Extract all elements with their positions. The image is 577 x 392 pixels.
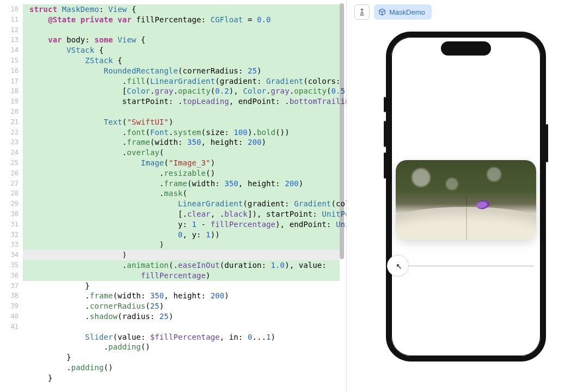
code-line[interactable]: 0, y: 1)): [23, 230, 340, 240]
line-number: 35: [0, 260, 23, 271]
code-line[interactable]: .mask(: [23, 188, 340, 199]
side-button: [384, 121, 386, 147]
line-number: 28: [0, 188, 23, 199]
code-line[interactable]: .overlay(: [23, 148, 340, 158]
line-number: 31: [0, 219, 23, 230]
preview-target-label: MaskDemo: [389, 8, 425, 16]
code-area[interactable]: struct MaskDemo: View { @State private v…: [23, 0, 340, 392]
code-line[interactable]: startPoint: .topLeading, endPoint: .bott…: [23, 96, 340, 107]
line-number: 19: [0, 96, 23, 107]
side-button: [384, 152, 386, 179]
code-line[interactable]: ): [23, 250, 340, 260]
code-line[interactable]: [23, 25, 340, 35]
line-number: 32: [0, 230, 23, 240]
code-line[interactable]: .fill(LinearGradient(gradient: Gradient(…: [23, 76, 340, 87]
code-line[interactable]: [.clear, .black]), startPoint: UnitPoint…: [23, 209, 340, 219]
pin-icon: [358, 8, 366, 16]
line-number: 25: [0, 158, 23, 168]
code-line[interactable]: }: [23, 352, 340, 363]
line-number: 23: [0, 137, 23, 148]
preview-target-chip[interactable]: MaskDemo: [374, 4, 432, 20]
slider-track[interactable]: ↖: [398, 265, 534, 267]
code-line[interactable]: [23, 322, 340, 332]
side-button: [546, 124, 548, 162]
cursor-icon: ↖: [396, 262, 402, 271]
code-line[interactable]: .font(Font.system(size: 100).bold()): [23, 127, 340, 138]
line-number: 27: [0, 179, 23, 189]
code-line[interactable]: fillPercentage): [23, 271, 340, 281]
code-line[interactable]: Image("Image_3"): [23, 158, 340, 168]
code-line[interactable]: .padding(): [23, 342, 340, 352]
code-line[interactable]: ): [23, 240, 340, 250]
code-line[interactable]: .padding(): [23, 363, 340, 373]
preview-pane: MaskDemo ↖: [346, 0, 577, 392]
code-line[interactable]: .cornerRadius(25): [23, 301, 340, 311]
line-number: 21: [0, 117, 23, 127]
book-spine: [466, 197, 467, 240]
line-number: 13: [0, 35, 23, 45]
code-line[interactable]: .frame(width: 350, height: 200): [23, 291, 340, 301]
line-number: 15: [0, 56, 23, 66]
code-line[interactable]: .animation(.easeInOut(duration: 1.0), va…: [23, 260, 340, 271]
code-line[interactable]: VStack {: [23, 45, 340, 56]
line-number: 14: [0, 45, 23, 56]
editor-scrollbar[interactable]: [340, 3, 344, 259]
code-line[interactable]: @State private var fillPercentage: CGFlo…: [23, 15, 340, 25]
line-number: 33: [0, 240, 23, 250]
code-line[interactable]: }: [23, 373, 340, 383]
line-number: 17: [0, 76, 23, 87]
line-number: 18: [0, 86, 23, 96]
workspace: 1011121314151617181920212223242526272829…: [0, 0, 577, 392]
code-line[interactable]: }: [23, 281, 340, 291]
pin-button[interactable]: [354, 4, 370, 20]
line-number: 39: [0, 301, 23, 311]
code-line[interactable]: y: 1 - fillPercentage), endPoint: UnitPo…: [23, 219, 340, 230]
line-number: 34: [0, 250, 23, 260]
line-number: 36: [0, 271, 23, 281]
notch: [441, 41, 491, 56]
line-number-gutter: 1011121314151617181920212223242526272829…: [0, 0, 23, 392]
code-line[interactable]: [23, 383, 340, 392]
line-number: 22: [0, 127, 23, 138]
iphone-device-frame: ↖: [386, 32, 546, 362]
line-number: 10: [0, 4, 23, 15]
cube-icon: [378, 8, 386, 16]
code-line[interactable]: .resizable(): [23, 168, 340, 179]
preview-toolbar: MaskDemo: [354, 4, 432, 20]
line-number: 29: [0, 199, 23, 209]
code-line[interactable]: .shadow(radius: 25): [23, 311, 340, 322]
line-number: 20: [0, 107, 23, 117]
line-number: 11: [0, 15, 23, 25]
slider-thumb[interactable]: ↖: [387, 255, 409, 277]
line-number: 38: [0, 291, 23, 301]
side-button: [384, 97, 386, 112]
code-line[interactable]: struct MaskDemo: View {: [23, 4, 340, 15]
code-line[interactable]: Slider(value: $fillPercentage, in: 0...1…: [23, 332, 340, 342]
code-line[interactable]: LinearGradient(gradient: Gradient(colors…: [23, 199, 340, 209]
masked-image-card: [396, 160, 536, 240]
code-line[interactable]: ZStack {: [23, 56, 340, 66]
line-number: 40: [0, 311, 23, 322]
line-number: 16: [0, 66, 23, 76]
code-line[interactable]: var body: some View {: [23, 35, 340, 45]
code-line[interactable]: .frame(width: 350, height: 200): [23, 179, 340, 189]
code-line[interactable]: .frame(width: 350, height: 200): [23, 137, 340, 148]
code-line[interactable]: RoundedRectangle(cornerRadius: 25): [23, 66, 340, 76]
line-number: 12: [0, 25, 23, 35]
code-line[interactable]: [Color.gray.opacity(0.2), Color.gray.opa…: [23, 86, 340, 96]
line-number: 37: [0, 281, 23, 291]
line-number: 24: [0, 148, 23, 158]
line-number: 30: [0, 209, 23, 219]
line-number: 26: [0, 168, 23, 179]
code-line[interactable]: [23, 107, 340, 117]
line-number: 41: [0, 322, 23, 332]
slider[interactable]: ↖: [398, 255, 534, 277]
code-line[interactable]: Text("SwiftUI"): [23, 117, 340, 127]
code-editor[interactable]: 1011121314151617181920212223242526272829…: [0, 0, 346, 392]
